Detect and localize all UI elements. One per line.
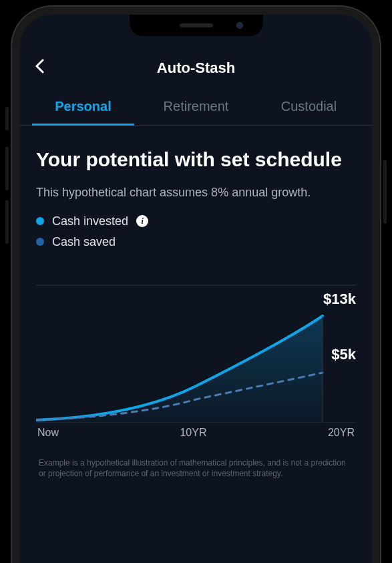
disclaimer: Example is a hypothetical illustration o…	[36, 457, 356, 480]
content: Your potential with set schedule This hy…	[20, 126, 372, 480]
tab-retirement[interactable]: Retirement	[140, 88, 252, 125]
back-button[interactable]	[35, 59, 44, 77]
legend-item-saved: Cash saved	[36, 235, 356, 249]
chart-area-invested	[36, 316, 323, 423]
x-axis: Now 10YR 20YR	[36, 427, 356, 439]
phone-frame: Auto-Stash Personal Retirement Custodial…	[12, 7, 380, 563]
chart-svg	[36, 276, 356, 423]
tab-personal[interactable]: Personal	[27, 88, 140, 125]
app-screen: Auto-Stash Personal Retirement Custodial…	[20, 15, 372, 563]
legend-label-saved: Cash saved	[52, 235, 116, 249]
header: Auto-Stash	[20, 48, 372, 88]
chart-end-label-invested: $13k	[323, 291, 356, 308]
legend-item-invested: Cash invested i	[36, 214, 356, 228]
info-icon[interactable]: i	[136, 215, 148, 227]
tabs: Personal Retirement Custodial	[20, 88, 372, 126]
chevron-left-icon	[35, 59, 44, 73]
tab-custodial[interactable]: Custodial	[252, 88, 365, 125]
legend-dot-saved	[36, 238, 44, 246]
x-tick-10yr: 10YR	[180, 427, 206, 439]
legend: Cash invested i Cash saved	[36, 214, 356, 249]
notch	[130, 15, 263, 36]
chart: $13k $5k	[36, 276, 356, 423]
subtext: This hypothetical chart assumes 8% annua…	[36, 186, 356, 200]
page-title: Auto-Stash	[157, 59, 235, 77]
heading: Your potential with set schedule	[36, 147, 356, 172]
chart-end-label-saved: $5k	[331, 346, 356, 363]
x-tick-20yr: 20YR	[328, 427, 355, 439]
x-tick-now: Now	[37, 427, 59, 439]
legend-label-invested: Cash invested	[52, 214, 128, 228]
legend-dot-invested	[36, 217, 44, 225]
